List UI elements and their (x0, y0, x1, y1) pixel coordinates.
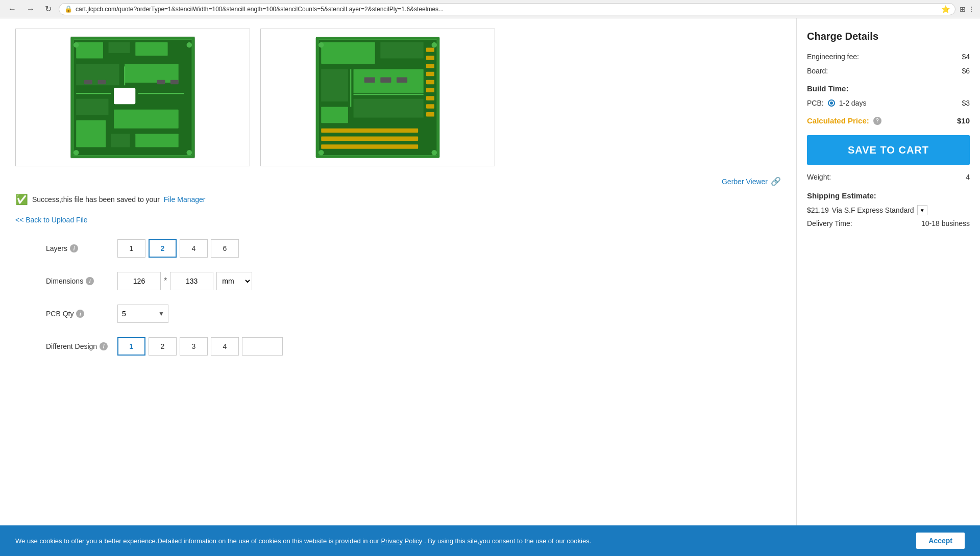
dimensions-controls: * mm inch (117, 272, 252, 290)
svg-rect-56 (397, 77, 407, 83)
svg-point-23 (187, 150, 192, 156)
svg-rect-6 (125, 64, 179, 83)
dimensions-width-input[interactable] (117, 272, 161, 290)
svg-rect-35 (321, 107, 348, 123)
layers-option-6[interactable]: 6 (211, 239, 239, 258)
different-design-section: Different Design i 1 2 3 4 (15, 337, 781, 356)
pcb-front-image-box (15, 29, 250, 166)
charge-details-title: Charge Details (807, 31, 970, 42)
layers-option-1[interactable]: 1 (117, 239, 145, 258)
pcb-build-price: $3 (962, 99, 970, 107)
main-content: Gerber Viewer 🔗 ✅ Success,this file has … (0, 18, 796, 525)
svg-rect-44 (426, 112, 434, 116)
dimensions-help-icon[interactable]: i (86, 277, 94, 285)
build-pcb-row: PCB: 1-2 days $3 (807, 99, 970, 107)
engineering-fee-value: $4 (962, 53, 970, 61)
svg-point-21 (187, 42, 192, 48)
svg-rect-14 (111, 134, 130, 147)
design-option-1[interactable]: 1 (117, 337, 145, 356)
dimensions-label: Dimensions i (46, 277, 117, 285)
svg-rect-40 (426, 80, 434, 84)
pcb-front-svg (21, 34, 244, 161)
svg-rect-13 (76, 120, 106, 147)
design-option-4[interactable]: 4 (211, 337, 239, 356)
different-design-label: Different Design i (46, 342, 117, 350)
extensions-icon[interactable]: ⊞ (960, 5, 966, 13)
browser-toolbar-icons: ⊞ ⋮ (960, 5, 975, 13)
pcb-back-image-box (260, 29, 495, 166)
svg-rect-30 (321, 42, 375, 64)
browser-chrome: ← → ↻ 🔒 cart.jlcpcb.com/quote?orderType=… (0, 0, 980, 18)
pcb-back-svg (266, 34, 489, 161)
board-fee-row: Board: $6 (807, 67, 970, 75)
pcb-qty-help-icon[interactable]: i (76, 310, 84, 318)
layers-controls: 1 2 4 6 (117, 239, 239, 258)
svg-rect-12 (114, 110, 179, 129)
svg-rect-54 (364, 77, 375, 83)
svg-rect-15 (135, 134, 178, 147)
svg-rect-43 (426, 104, 434, 108)
svg-point-52 (318, 150, 324, 156)
shipping-row: $21.19 Via S.F Express Standard ▼ (807, 205, 970, 215)
radio-dot-icon[interactable] (828, 99, 835, 107)
layers-option-2[interactable]: 2 (149, 239, 177, 258)
svg-rect-46 (321, 137, 418, 141)
delivery-row: Delivery Time: 10-18 business (807, 219, 970, 228)
weight-row: Weight: 4 (807, 173, 970, 181)
different-design-controls: 1 2 3 4 (117, 337, 283, 356)
sidebar-panel: Charge Details Engineering fee: $4 Board… (796, 18, 980, 525)
page-layout: Gerber Viewer 🔗 ✅ Success,this file has … (0, 18, 980, 525)
nav-forward-button[interactable]: → (23, 4, 38, 15)
svg-rect-45 (321, 129, 418, 133)
shipping-dropdown-button[interactable]: ▼ (917, 205, 927, 215)
different-design-help-icon[interactable]: i (100, 342, 108, 350)
back-to-upload-link[interactable]: << Back to Upload File (15, 216, 88, 224)
gerber-viewer-link[interactable]: Gerber Viewer (722, 178, 768, 186)
url-bar[interactable]: 🔒 cart.jlcpcb.com/quote?orderType=1&sten… (59, 3, 955, 15)
calculated-price-label: Calculated Price: (807, 116, 869, 125)
layers-help-icon[interactable]: i (70, 244, 78, 252)
pcb-images-row (15, 29, 781, 166)
dimensions-unit-select[interactable]: mm inch (216, 272, 252, 290)
board-label: Board: (807, 67, 828, 75)
svg-rect-36 (426, 47, 434, 52)
engineering-fee-row: Engineering fee: $4 (807, 53, 970, 61)
design-option-3[interactable]: 3 (180, 337, 208, 356)
menu-icon[interactable]: ⋮ (968, 5, 975, 13)
nav-back-button[interactable]: ← (5, 4, 19, 15)
file-manager-link[interactable]: File Manager (164, 195, 206, 204)
nav-refresh-button[interactable]: ↻ (42, 3, 55, 15)
svg-rect-17 (97, 80, 106, 84)
calculated-price-help-icon[interactable]: ? (873, 117, 881, 125)
delivery-time-value: 10-18 business (921, 219, 970, 228)
layers-section: Layers i 1 2 4 6 (15, 239, 781, 258)
svg-rect-11 (76, 99, 108, 115)
svg-point-50 (318, 42, 324, 48)
svg-rect-34 (354, 99, 424, 118)
pcb-build-time: 1-2 days (839, 99, 867, 107)
pcb-qty-select[interactable]: 5 10 15 20 25 30 50 75 100 (117, 305, 168, 323)
svg-rect-47 (321, 144, 418, 148)
gerber-viewer-row: Gerber Viewer 🔗 (15, 176, 781, 186)
save-to-cart-button[interactable]: SAVE TO CART (807, 135, 970, 165)
svg-rect-19 (170, 80, 179, 84)
design-option-2[interactable]: 2 (149, 337, 177, 356)
layers-label: Layers i (46, 244, 117, 252)
success-text-pre: Success,this file has been saved to your (32, 195, 160, 204)
dimensions-separator: * (164, 276, 167, 286)
svg-rect-37 (426, 56, 434, 60)
svg-rect-2 (76, 42, 103, 59)
svg-rect-16 (84, 80, 92, 84)
weight-label: Weight: (807, 173, 831, 181)
layers-option-4[interactable]: 4 (180, 239, 208, 258)
svg-rect-41 (426, 88, 434, 92)
url-text: cart.jlcpcb.com/quote?orderType=1&stenci… (76, 6, 938, 13)
build-time-label: Build Time: (807, 84, 970, 93)
svg-rect-42 (426, 96, 434, 100)
delivery-time-label: Delivery Time: (807, 219, 852, 228)
shipping-estimate-title: Shipping Estimate: (807, 191, 970, 200)
design-extra-input[interactable] (242, 337, 283, 356)
pcb-qty-select-wrapper: 5 10 15 20 25 30 50 75 100 ▼ (117, 305, 168, 323)
dimensions-height-input[interactable] (170, 272, 213, 290)
svg-rect-55 (380, 77, 391, 83)
